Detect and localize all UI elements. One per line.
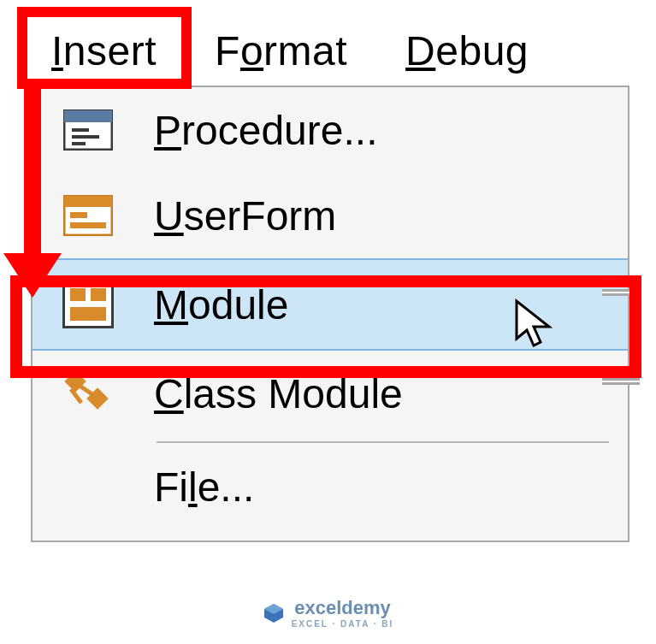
connector-line: [602, 378, 640, 385]
svg-line-15: [80, 386, 95, 396]
menu-label: Procedure...: [144, 107, 628, 154]
cursor-icon: [513, 298, 559, 351]
svg-rect-12: [70, 307, 106, 321]
svg-rect-6: [64, 196, 112, 207]
class-module-icon: [33, 370, 144, 417]
menu-label: File...: [144, 464, 628, 511]
menu-format[interactable]: Format: [194, 21, 368, 81]
menu-debug[interactable]: Debug: [385, 21, 549, 81]
svg-rect-7: [70, 212, 87, 218]
menubar: Insert Format Debug: [31, 17, 566, 84]
menu-item-userform[interactable]: UserForm: [33, 173, 628, 258]
svg-rect-10: [70, 288, 86, 301]
menu-separator: [157, 441, 609, 443]
procedure-icon: [33, 109, 144, 151]
menu-item-procedure[interactable]: Procedure...: [33, 87, 628, 173]
watermark-tagline: EXCEL · DATA · BI: [292, 619, 394, 629]
userform-icon: [33, 195, 144, 236]
menu-item-class-module[interactable]: Class Module: [33, 351, 628, 436]
menu-label: UserForm: [144, 192, 628, 239]
menu-label: Class Module: [144, 370, 628, 417]
watermark-logo-icon: [263, 602, 285, 624]
svg-rect-8: [70, 222, 106, 228]
annotation-arrow: [24, 86, 41, 257]
watermark: exceldemy EXCEL · DATA · BI: [0, 597, 656, 629]
svg-rect-1: [64, 110, 112, 122]
connector-line: [602, 289, 640, 296]
svg-rect-11: [91, 288, 106, 301]
menu-insert[interactable]: Insert: [31, 21, 177, 81]
annotation-arrow-head: [3, 253, 62, 298]
watermark-brand: exceldemy: [294, 597, 391, 618]
menu-item-file[interactable]: File...: [33, 448, 628, 525]
